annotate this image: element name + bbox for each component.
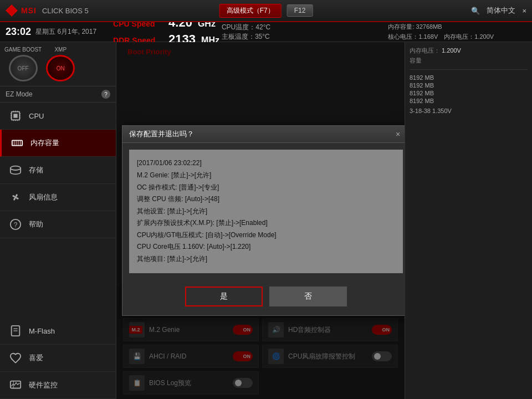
- dialog-content: [2017/01/06 23:02:22] M.2 Genie: [禁止]->[…: [129, 150, 403, 273]
- right-panel: 内存电压： 1.200V 容量 8192 MB 8192 MB 8192 MB …: [405, 42, 532, 399]
- svg-rect-26: [11, 381, 21, 388]
- search-icon-btn[interactable]: 🔍: [471, 7, 480, 15]
- game-boost-xmp: GAME BOOST OFF XMP ON: [0, 42, 116, 86]
- sidebar-item-mflash[interactable]: M-Flash: [0, 318, 116, 345]
- sidebar-item-label-help: 帮助: [29, 219, 43, 229]
- vmem-label-top: 内存电压：: [444, 33, 474, 40]
- game-boost-label: GAME BOOST: [4, 47, 42, 53]
- dialog-overlay: 保存配置并退出吗？ × [2017/01/06 23:02:22] M.2 Ge…: [116, 42, 405, 399]
- sidebar-item-storage[interactable]: 存储: [0, 157, 116, 184]
- second-bar: 23:02 星期五 6月1年, 2017 CPU Speed 4.20 GHz …: [0, 22, 532, 42]
- sidebar-item-label-hwmon: 硬件监控: [29, 380, 58, 390]
- svg-rect-1: [13, 114, 17, 117]
- dialog-line-2: OC 操作模式: [普通]->[专业]: [137, 182, 395, 194]
- vmem-right-label: 内存电压：: [410, 47, 440, 54]
- mflash-icon: [8, 323, 23, 339]
- adv-mode-button[interactable]: 高级模式（F7）: [219, 4, 282, 18]
- svg-point-19: [11, 166, 21, 170]
- xmp-knob[interactable]: ON: [46, 55, 75, 81]
- content-area: Boot Priority 📄 M-Flash 🖥 网卡ROM M.2 M.2 …: [116, 42, 405, 399]
- cpu-temp-value: 42°C: [255, 23, 270, 31]
- sidebar-item-label-cpu: CPU: [29, 112, 44, 120]
- ez-mode-text: EZ Mode: [6, 90, 33, 98]
- sidebar-item-label-storage: 存储: [29, 165, 43, 175]
- sidebar-item-label-memory: 内存容量: [30, 138, 59, 148]
- mb-temp-value: 35°C: [255, 33, 270, 40]
- f12-button[interactable]: F12: [287, 4, 313, 17]
- close-icon[interactable]: ×: [522, 7, 526, 15]
- memory-slot-2: 8192 MB: [410, 90, 528, 96]
- msi-logo: MSI CLICK BIOS 5: [6, 4, 89, 17]
- svg-rect-14: [12, 140, 22, 145]
- vmem-row: 内存电压： 1.200V: [410, 47, 528, 55]
- save-dialog: 保存配置并退出吗？ × [2017/01/06 23:02:22] M.2 Ge…: [122, 125, 405, 315]
- dialog-title-bar: 保存配置并退出吗？ ×: [122, 126, 405, 143]
- help-icon: ?: [8, 217, 23, 232]
- memory-icon: [9, 135, 25, 151]
- timing-value: 3-18-38 1.350V: [410, 108, 452, 114]
- mb-temp-label: 主板温度：: [222, 33, 255, 40]
- dialog-title: 保存配置并退出吗？: [129, 129, 194, 139]
- cpu-icon: [8, 108, 23, 124]
- memory-slot-3: 8192 MB: [410, 98, 528, 104]
- sidebar-item-fan[interactable]: 风扇信息: [0, 184, 116, 211]
- game-boost-knob[interactable]: OFF: [9, 55, 38, 81]
- xmp-label: XMP: [54, 47, 66, 53]
- mem-info: 内存容量: 32768MB: [388, 22, 526, 32]
- dialog-line-5: 扩展内存预设技术(X.M.P): [禁止]->[Enabled]: [137, 217, 395, 229]
- sidebar-item-label-mflash: M-Flash: [29, 327, 55, 335]
- ez-mode-label: EZ Mode ?: [0, 86, 116, 103]
- dialog-line-3: 调整 CPU 倍频: [Auto]->[48]: [137, 193, 395, 206]
- memory-slot-2-value: 8192 MB: [410, 90, 434, 96]
- no-button[interactable]: 否: [269, 287, 347, 306]
- language-selector[interactable]: 简体中文: [487, 6, 515, 16]
- memory-slot-0: 8192 MB: [410, 74, 528, 81]
- vmem-value-top: 1.200V: [474, 33, 494, 40]
- sidebar-item-help[interactable]: ? 帮助: [0, 211, 116, 238]
- memory-slot-0-value: 8192 MB: [410, 74, 434, 81]
- vcore-label: 核心电压：: [388, 33, 418, 40]
- game-boost-block: GAME BOOST OFF: [4, 47, 42, 81]
- sidebar-item-memory[interactable]: 内存容量: [0, 130, 116, 157]
- fan-icon: [8, 190, 23, 205]
- dialog-line-4: 其他设置: [禁止]->[允许]: [137, 206, 395, 218]
- memory-slots: 8192 MB 8192 MB 8192 MB 8192 MB 3-18-38 …: [410, 69, 528, 114]
- memory-slot-3-value: 8192 MB: [410, 98, 434, 104]
- yes-button[interactable]: 是: [185, 287, 263, 306]
- dialog-close-button[interactable]: ×: [393, 129, 403, 139]
- main-area: GAME BOOST OFF XMP ON EZ Mode ? CPU 内存容量: [0, 42, 532, 399]
- memory-slot-1-value: 8192 MB: [410, 82, 434, 89]
- sidebar-item-cpu[interactable]: CPU: [0, 103, 116, 130]
- timing-row: 3-18-38 1.350V: [410, 108, 528, 114]
- dialog-buttons: 是 否: [122, 280, 405, 315]
- dialog-line-8: 其他项目: [禁止]->[允许]: [137, 253, 395, 265]
- capacity-label: 容量: [410, 57, 422, 64]
- dialog-line-7: CPU Core电压 1.160V: [Auto]->[1.220]: [137, 241, 395, 253]
- help-badge[interactable]: ?: [101, 90, 110, 99]
- sidebar-item-favorites[interactable]: 喜爱: [0, 345, 116, 372]
- bios-name-text: CLICK BIOS 5: [42, 7, 89, 15]
- memory-slot-1: 8192 MB: [410, 82, 528, 89]
- top-bar-right: 🔍 简体中文 ×: [471, 6, 526, 16]
- sidebar-item-label-fan: 风扇信息: [29, 192, 58, 202]
- top-bar-center: 高级模式（F7） F12: [219, 4, 313, 18]
- sidebar: GAME BOOST OFF XMP ON EZ Mode ? CPU 内存容量: [0, 42, 116, 399]
- top-bar: MSI CLICK BIOS 5 高级模式（F7） F12 🔍 简体中文 ×: [0, 0, 532, 22]
- dialog-line-0: [2017/01/06 23:02:22]: [137, 157, 395, 170]
- msi-brand-text: MSI: [21, 6, 37, 15]
- svg-text:?: ?: [14, 221, 18, 229]
- temp-block: CPU温度：42°C 主板温度：35°C: [222, 23, 270, 42]
- favorites-icon: [8, 350, 23, 366]
- vcore-value: 1.168V: [418, 33, 438, 40]
- cpu-temp-label: CPU温度：: [222, 23, 255, 31]
- hwmon-icon: [8, 377, 23, 393]
- capacity-row: 容量: [410, 57, 528, 65]
- dialog-line-1: M.2 Genie: [禁止]->[允许]: [137, 170, 395, 182]
- storage-icon: [8, 162, 23, 178]
- clock-display: 23:02: [6, 26, 31, 38]
- sidebar-item-label-favorites: 喜爱: [29, 353, 43, 363]
- msi-dragon-icon: [6, 4, 18, 17]
- dialog-line-6: CPU内核/GT电压模式: [自动]->[Override Mode]: [137, 229, 395, 242]
- vmem-right-value: 1.200V: [442, 47, 461, 54]
- sidebar-item-hwmon[interactable]: 硬件监控: [0, 372, 116, 399]
